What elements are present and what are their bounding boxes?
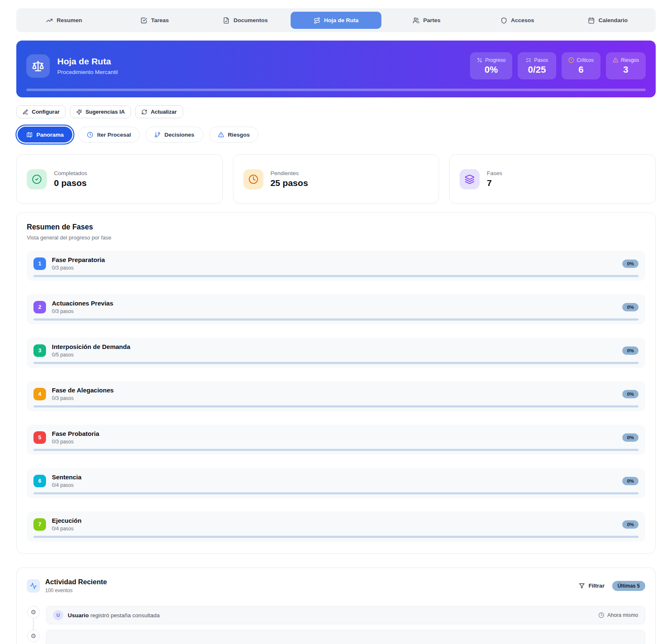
stat-label: Riesgos [621, 57, 639, 63]
card-label: Fases [487, 170, 502, 176]
tab-resumen[interactable]: Resumen [19, 12, 110, 29]
tab-documentos[interactable]: Documentos [200, 12, 291, 29]
tab-hoja-de-ruta[interactable]: Hoja de Ruta [291, 12, 381, 29]
phase-row[interactable]: 1 Fase Preparatoria 0/3 pasos 0% [27, 251, 645, 281]
activity-actor: Usuario [68, 612, 89, 619]
card-fases: Fases 7 [449, 154, 656, 204]
page: Resumen Tareas Documentos Hoja de Ruta P… [0, 0, 672, 644]
phase-percent-badge: 0% [622, 260, 639, 268]
tab-calendario[interactable]: Calendario [562, 12, 653, 29]
tab-label: Hoja de Ruta [324, 17, 359, 23]
card-pendientes: Pendientes 25 pasos [233, 154, 439, 204]
phase-number-badge: 1 [33, 257, 46, 270]
last-events-badge: Últimas 5 [612, 581, 645, 591]
clock-icon [87, 132, 93, 138]
activity-card[interactable] [46, 630, 645, 644]
activity-icon [27, 579, 40, 593]
phase-progress-bar [33, 362, 639, 364]
configure-button[interactable]: Configurar [16, 105, 66, 118]
activity-count: 100 eventos [45, 588, 107, 593]
timeline-connector [33, 619, 34, 630]
view-tab-panorama[interactable]: Panorama [18, 127, 72, 143]
card-completados: Completados 0 pasos [16, 154, 223, 204]
roadmap-banner: Hoja de Ruta Procedimiento Mercantil Pro… [16, 41, 656, 97]
tab-accesos[interactable]: Accesos [472, 12, 563, 29]
avatar: U [53, 610, 63, 620]
view-tab-riesgos[interactable]: Riesgos [209, 127, 259, 143]
view-tab-label: Panorama [36, 132, 64, 138]
phase-name: Sentencia [52, 473, 82, 481]
stat-pasos: Pasos 0/25 [518, 52, 556, 79]
clock-icon [598, 612, 604, 618]
ai-suggestions-button[interactable]: Sugerencias IA [70, 105, 131, 118]
activity-item-partial: ⚙ [27, 630, 645, 644]
refresh-button[interactable]: Actualizar [135, 105, 183, 118]
stat-criticos: Críticos 6 [562, 52, 600, 79]
activity-title: Actividad Reciente [45, 578, 107, 586]
tab-partes[interactable]: Partes [381, 12, 472, 29]
phase-row[interactable]: 3 Interposición de Demanda 0/5 pasos 0% [27, 338, 645, 368]
phase-percent-badge: 0% [622, 390, 639, 398]
activity-description: registró pestaña consultada [89, 612, 160, 619]
phase-number-badge: 5 [33, 431, 46, 444]
phase-progress-bar [33, 492, 639, 494]
activity-section: Actividad Reciente 100 eventos Filtrar Ú… [16, 568, 656, 644]
phase-steps: 0/3 pasos [52, 395, 114, 401]
button-label: Sugerencias IA [85, 109, 125, 115]
view-tabs: Panorama Iter Procesal Decisiones Riesgo… [16, 127, 656, 143]
phase-percent-badge: 0% [622, 520, 639, 529]
phase-steps: 0/3 pasos [52, 308, 113, 314]
sparkles-icon [76, 109, 82, 115]
phase-name: Fase de Alegaciones [52, 387, 114, 394]
view-tab-decisiones[interactable]: Decisiones [146, 127, 203, 143]
phase-steps: 0/4 pasos [52, 526, 82, 532]
phase-progress-bar [33, 536, 639, 538]
document-icon [223, 17, 230, 24]
phase-row[interactable]: 5 Fase Probatoria 0/3 pasos 0% [27, 425, 645, 455]
phase-name: Interposición de Demanda [52, 343, 130, 350]
phase-steps: 0/5 pasos [52, 352, 130, 358]
button-label: Configurar [32, 109, 59, 115]
filter-button[interactable]: Filtrar [579, 583, 604, 589]
check-square-icon [141, 17, 147, 24]
phase-row[interactable]: 4 Fase de Alegaciones 0/3 pasos 0% [27, 381, 645, 411]
phase-row[interactable]: 6 Sentencia 0/4 pasos 0% [27, 468, 645, 498]
phase-row[interactable]: 7 Ejecución 0/4 pasos 0% [27, 512, 645, 542]
phase-number-badge: 7 [33, 518, 46, 531]
tab-label: Calendario [598, 17, 628, 23]
phase-steps: 0/3 pasos [52, 439, 99, 445]
phase-progress-bar [33, 405, 639, 407]
phase-percent-badge: 0% [622, 303, 639, 311]
stat-value: 0% [485, 64, 498, 75]
card-label: Pendientes [271, 170, 308, 176]
list-checks-icon [526, 57, 531, 63]
card-value: 25 pasos [271, 178, 308, 188]
phases-section: Resumen de Fases Vista general del progr… [16, 212, 656, 554]
phase-percent-badge: 0% [622, 346, 639, 355]
card-label: Completados [54, 170, 87, 176]
calendar-icon [588, 17, 595, 24]
pen-icon [23, 109, 28, 115]
activity-card[interactable]: U Usuario registró pestaña consultada Ah… [46, 606, 645, 624]
percent-icon [477, 57, 483, 63]
summary-cards: Completados 0 pasos Pendientes 25 pasos … [16, 154, 656, 204]
clock-icon [243, 169, 263, 189]
phase-progress-bar [33, 449, 639, 451]
view-tab-label: Riesgos [228, 132, 250, 138]
tab-label: Tareas [151, 17, 169, 23]
layers-icon [460, 169, 480, 189]
gear-icon: ⚙ [27, 606, 40, 619]
users-icon [413, 17, 419, 24]
actions-row: Configurar Sugerencias IA Actualizar [16, 105, 656, 118]
button-label: Actualizar [151, 109, 176, 115]
stat-value: 6 [578, 64, 583, 75]
tab-tareas[interactable]: Tareas [110, 12, 200, 29]
stat-value: 0/25 [528, 64, 546, 75]
view-tab-iter-procesal[interactable]: Iter Procesal [78, 127, 140, 143]
page-title: Hoja de Ruta [57, 56, 118, 66]
phase-progress-bar [33, 318, 639, 321]
page-subtitle: Procedimiento Mercantil [57, 69, 118, 75]
banner-stats: Progreso 0% Pasos 0/25 Críticos [470, 52, 646, 79]
phase-row[interactable]: 2 Actuaciones Previas 0/3 pasos 0% [27, 294, 645, 324]
shield-icon [501, 17, 507, 24]
